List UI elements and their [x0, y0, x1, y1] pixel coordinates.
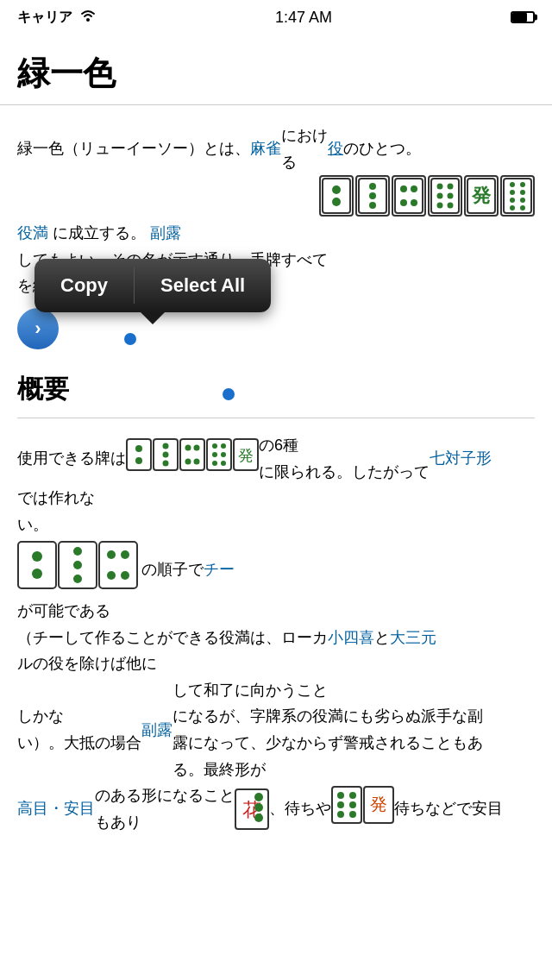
svg-point-41	[185, 458, 191, 464]
svg-point-12	[411, 199, 417, 206]
tile-wait1	[331, 786, 362, 832]
svg-point-42	[194, 458, 200, 464]
svg-rect-31	[127, 439, 151, 470]
svg-point-49	[221, 461, 226, 466]
svg-point-70	[337, 792, 344, 799]
status-right	[511, 11, 535, 23]
svg-point-16	[437, 193, 443, 199]
svg-point-61	[121, 550, 129, 559]
svg-point-36	[163, 451, 169, 457]
tile-4bamboo	[392, 175, 426, 217]
nav-forward-button[interactable]: ›	[17, 308, 59, 349]
tile-2b-sm	[126, 438, 152, 480]
svg-point-73	[349, 801, 356, 808]
link-daisangen[interactable]: 大三元	[390, 625, 436, 651]
carrier-label: キャリア	[17, 9, 72, 27]
tile-6b-sm	[206, 438, 232, 480]
chevron-right-icon: ›	[34, 317, 41, 340]
overview-text8: して和了に向かうこと になるが、字牌系の役満にも劣らぬ派手な副 露になって、少な…	[172, 677, 483, 782]
link-yaku[interactable]: 役	[328, 135, 343, 162]
tile-3b-tiny	[58, 541, 97, 598]
battery-icon	[511, 11, 535, 23]
tile-8bamboo	[500, 175, 535, 217]
tile-wait2: 発	[363, 786, 394, 832]
overview-text3: では作れない。	[17, 485, 95, 537]
intro-text-2: における	[281, 122, 328, 175]
svg-text:発: 発	[238, 447, 254, 464]
svg-point-17	[448, 193, 454, 199]
svg-point-74	[337, 811, 344, 818]
svg-point-7	[369, 202, 376, 209]
svg-point-26	[520, 190, 525, 195]
link-chii[interactable]: チー	[204, 556, 235, 583]
overview-text11: 待ちなどで安目	[394, 795, 503, 822]
link-furo2[interactable]: 副露	[141, 717, 172, 744]
time-display: 1:47 AM	[275, 9, 332, 27]
svg-point-75	[349, 811, 356, 818]
link-furo1[interactable]: 副露	[150, 224, 181, 242]
svg-point-48	[212, 461, 217, 466]
link-shoshushi[interactable]: 小四喜	[328, 625, 374, 651]
overview-text1: 使用できる牌は	[17, 445, 126, 472]
svg-point-10	[411, 185, 417, 192]
copy-button[interactable]: Copy	[34, 259, 134, 312]
tile-3b-sm	[153, 438, 179, 480]
tile-2bamboo	[319, 175, 354, 217]
overview-tiles: 発	[126, 438, 259, 480]
tile-hatsu-special: 花	[235, 788, 269, 830]
svg-point-47	[221, 452, 226, 457]
svg-point-53	[32, 551, 42, 562]
svg-text:発: 発	[471, 185, 492, 206]
svg-point-32	[135, 445, 142, 452]
link-yakuman[interactable]: 役満	[17, 224, 48, 242]
svg-point-39	[185, 444, 191, 450]
svg-rect-1	[323, 179, 350, 213]
tile-3bamboo	[355, 175, 390, 217]
tile-4b-tiny	[98, 541, 138, 598]
svg-point-5	[369, 183, 376, 190]
svg-point-40	[194, 444, 200, 450]
para2-text1: に成立する。	[53, 224, 146, 242]
svg-rect-38	[180, 439, 204, 470]
svg-point-60	[107, 550, 116, 559]
svg-point-29	[510, 205, 515, 210]
svg-point-14	[437, 184, 443, 190]
svg-point-19	[448, 203, 454, 209]
svg-text:発: 発	[370, 795, 387, 814]
tiles-wait: 発	[331, 786, 394, 832]
tiles-top-row: 発	[319, 175, 535, 217]
selection-handle-right[interactable]	[223, 388, 235, 400]
tile-2b-tiny	[17, 541, 57, 598]
svg-point-66	[254, 793, 263, 801]
svg-point-2	[332, 185, 341, 194]
link-chiitoitsu[interactable]: 七対子形	[430, 445, 492, 472]
svg-point-44	[212, 443, 217, 449]
link-mahjong[interactable]: 麻雀	[250, 135, 281, 162]
tile-4b-sm	[179, 438, 205, 480]
svg-point-57	[73, 561, 82, 569]
svg-point-27	[510, 198, 515, 203]
tiles-234	[17, 541, 138, 598]
svg-point-67	[254, 803, 263, 812]
page-title: 緑一色	[0, 35, 552, 105]
intro-paragraph: 緑一色（リューイーソー）とは、麻雀 における役 のひとつ。	[17, 122, 535, 217]
svg-point-62	[107, 571, 116, 580]
link-takame-yasume[interactable]: 高目・安目	[17, 795, 95, 822]
svg-point-11	[400, 199, 407, 206]
svg-point-30	[520, 205, 525, 210]
tile-hatsu-sm: 発	[233, 438, 259, 480]
svg-point-54	[32, 569, 42, 579]
context-menu: Copy Select All	[34, 259, 271, 312]
svg-point-6	[369, 192, 376, 199]
selection-handle-left[interactable]	[124, 333, 136, 345]
svg-point-56	[73, 547, 82, 556]
svg-point-72	[337, 801, 344, 808]
svg-point-68	[254, 814, 263, 822]
tile-hatsu: 発	[464, 175, 499, 217]
select-all-button[interactable]: Select All	[135, 259, 271, 312]
svg-point-23	[510, 182, 515, 187]
svg-point-24	[520, 182, 525, 187]
overview-text9: のある形になること もあり	[95, 782, 235, 835]
overview-text5: が可能である （チーして作ることができる役満は、ローカ ルの役を除けば他に	[17, 598, 328, 677]
svg-point-3	[332, 198, 341, 206]
